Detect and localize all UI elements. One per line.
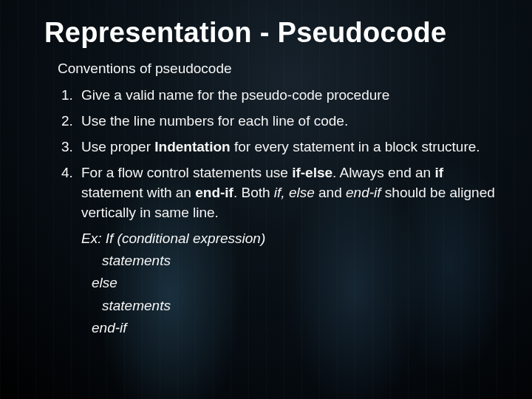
list-item: Use the line numbers for each line of co… xyxy=(77,109,499,134)
item-text: . Always end an xyxy=(332,165,434,180)
example-line: else xyxy=(81,272,499,294)
bold-text: end-if xyxy=(195,185,233,200)
example-text: Ex: If xyxy=(81,231,117,246)
bold-text: Indentation xyxy=(154,139,230,154)
item-text: Use the line numbers for each line of co… xyxy=(81,113,348,129)
example-line: Ex: If (conditional expression) xyxy=(81,228,499,250)
item-text: Use proper xyxy=(81,139,154,154)
item-text: For a flow control statements use xyxy=(81,165,292,180)
example-text: (conditional expression) xyxy=(117,231,266,246)
example-line: end-if xyxy=(81,317,499,339)
item-text: and xyxy=(315,185,346,200)
list-item: Use proper Indentation for every stateme… xyxy=(77,134,499,160)
list-item: Give a valid name for the pseudo-code pr… xyxy=(77,83,499,109)
slide: Representation - Pseudocode Conventions … xyxy=(0,0,532,399)
conventions-list: Give a valid name for the pseudo-code pr… xyxy=(58,83,499,343)
example-block: Ex: If (conditional expression) statemen… xyxy=(81,228,499,340)
list-item: For a flow control statements use if-els… xyxy=(77,160,499,343)
item-text: Give a valid name for the pseudo-code pr… xyxy=(81,87,389,103)
bold-text: if xyxy=(434,165,443,180)
item-text: . Both xyxy=(233,185,274,200)
italic-text: end-if xyxy=(346,185,381,200)
item-text: statement with an xyxy=(81,185,195,200)
italic-text: if, else xyxy=(274,185,315,200)
example-line: statements xyxy=(81,295,499,317)
example-line: statements xyxy=(81,250,499,272)
slide-title: Representation - Pseudocode xyxy=(44,18,499,49)
item-text: for every statement in a block structure… xyxy=(231,139,480,154)
slide-subtitle: Conventions of pseudocode xyxy=(58,61,499,77)
bold-text: if-else xyxy=(292,165,332,180)
